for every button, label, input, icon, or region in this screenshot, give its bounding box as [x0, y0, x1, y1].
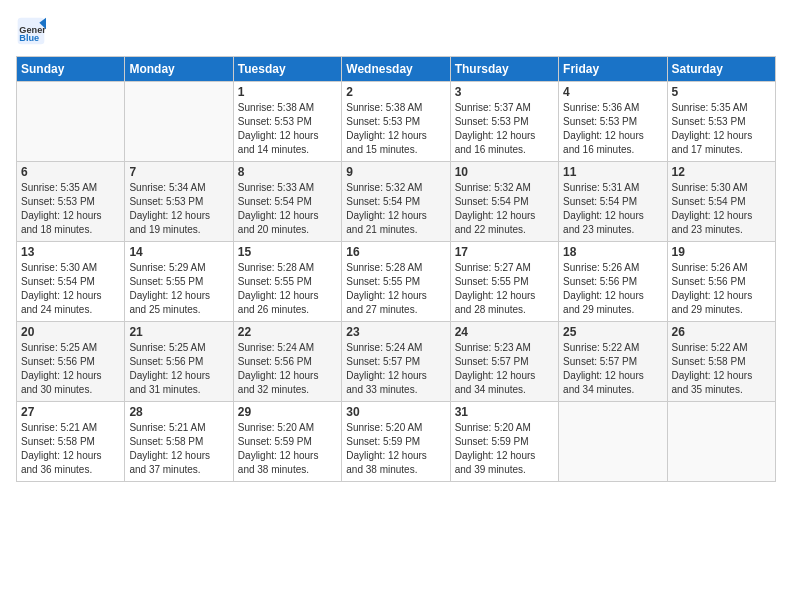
day-number: 23: [346, 325, 445, 339]
calendar-cell: 20Sunrise: 5:25 AMSunset: 5:56 PMDayligh…: [17, 322, 125, 402]
calendar-cell: 7Sunrise: 5:34 AMSunset: 5:53 PMDaylight…: [125, 162, 233, 242]
calendar-cell: 2Sunrise: 5:38 AMSunset: 5:53 PMDaylight…: [342, 82, 450, 162]
day-info: Sunrise: 5:26 AMSunset: 5:56 PMDaylight:…: [563, 261, 662, 317]
day-number: 10: [455, 165, 554, 179]
day-info: Sunrise: 5:21 AMSunset: 5:58 PMDaylight:…: [21, 421, 120, 477]
calendar-cell: [17, 82, 125, 162]
calendar-cell: 14Sunrise: 5:29 AMSunset: 5:55 PMDayligh…: [125, 242, 233, 322]
day-number: 11: [563, 165, 662, 179]
day-number: 5: [672, 85, 771, 99]
calendar-cell: 19Sunrise: 5:26 AMSunset: 5:56 PMDayligh…: [667, 242, 775, 322]
day-info: Sunrise: 5:22 AMSunset: 5:58 PMDaylight:…: [672, 341, 771, 397]
calendar-cell: [125, 82, 233, 162]
weekday-header: Thursday: [450, 57, 558, 82]
calendar-cell: 23Sunrise: 5:24 AMSunset: 5:57 PMDayligh…: [342, 322, 450, 402]
day-number: 9: [346, 165, 445, 179]
day-number: 20: [21, 325, 120, 339]
day-number: 8: [238, 165, 337, 179]
day-number: 18: [563, 245, 662, 259]
day-info: Sunrise: 5:20 AMSunset: 5:59 PMDaylight:…: [238, 421, 337, 477]
page-header: General Blue: [16, 16, 776, 46]
day-number: 15: [238, 245, 337, 259]
day-number: 26: [672, 325, 771, 339]
weekday-header: Saturday: [667, 57, 775, 82]
day-number: 16: [346, 245, 445, 259]
day-number: 6: [21, 165, 120, 179]
day-number: 24: [455, 325, 554, 339]
day-info: Sunrise: 5:29 AMSunset: 5:55 PMDaylight:…: [129, 261, 228, 317]
calendar-cell: 12Sunrise: 5:30 AMSunset: 5:54 PMDayligh…: [667, 162, 775, 242]
calendar-cell: 27Sunrise: 5:21 AMSunset: 5:58 PMDayligh…: [17, 402, 125, 482]
day-number: 19: [672, 245, 771, 259]
calendar-cell: 28Sunrise: 5:21 AMSunset: 5:58 PMDayligh…: [125, 402, 233, 482]
calendar-cell: 4Sunrise: 5:36 AMSunset: 5:53 PMDaylight…: [559, 82, 667, 162]
day-number: 17: [455, 245, 554, 259]
day-info: Sunrise: 5:36 AMSunset: 5:53 PMDaylight:…: [563, 101, 662, 157]
day-info: Sunrise: 5:21 AMSunset: 5:58 PMDaylight:…: [129, 421, 228, 477]
day-info: Sunrise: 5:22 AMSunset: 5:57 PMDaylight:…: [563, 341, 662, 397]
calendar-cell: 29Sunrise: 5:20 AMSunset: 5:59 PMDayligh…: [233, 402, 341, 482]
day-info: Sunrise: 5:30 AMSunset: 5:54 PMDaylight:…: [21, 261, 120, 317]
day-info: Sunrise: 5:37 AMSunset: 5:53 PMDaylight:…: [455, 101, 554, 157]
calendar-cell: 11Sunrise: 5:31 AMSunset: 5:54 PMDayligh…: [559, 162, 667, 242]
logo-icon: General Blue: [16, 16, 46, 46]
weekday-header: Wednesday: [342, 57, 450, 82]
day-info: Sunrise: 5:24 AMSunset: 5:57 PMDaylight:…: [346, 341, 445, 397]
calendar-cell: 13Sunrise: 5:30 AMSunset: 5:54 PMDayligh…: [17, 242, 125, 322]
calendar-cell: 26Sunrise: 5:22 AMSunset: 5:58 PMDayligh…: [667, 322, 775, 402]
weekday-header: Sunday: [17, 57, 125, 82]
calendar-cell: 31Sunrise: 5:20 AMSunset: 5:59 PMDayligh…: [450, 402, 558, 482]
day-info: Sunrise: 5:24 AMSunset: 5:56 PMDaylight:…: [238, 341, 337, 397]
calendar-cell: 15Sunrise: 5:28 AMSunset: 5:55 PMDayligh…: [233, 242, 341, 322]
day-number: 29: [238, 405, 337, 419]
day-number: 31: [455, 405, 554, 419]
day-info: Sunrise: 5:31 AMSunset: 5:54 PMDaylight:…: [563, 181, 662, 237]
calendar-cell: 30Sunrise: 5:20 AMSunset: 5:59 PMDayligh…: [342, 402, 450, 482]
day-info: Sunrise: 5:28 AMSunset: 5:55 PMDaylight:…: [346, 261, 445, 317]
day-number: 14: [129, 245, 228, 259]
day-number: 27: [21, 405, 120, 419]
day-info: Sunrise: 5:20 AMSunset: 5:59 PMDaylight:…: [346, 421, 445, 477]
day-number: 7: [129, 165, 228, 179]
calendar-cell: 5Sunrise: 5:35 AMSunset: 5:53 PMDaylight…: [667, 82, 775, 162]
day-number: 28: [129, 405, 228, 419]
day-info: Sunrise: 5:32 AMSunset: 5:54 PMDaylight:…: [346, 181, 445, 237]
calendar-header: SundayMondayTuesdayWednesdayThursdayFrid…: [17, 57, 776, 82]
calendar-cell: 22Sunrise: 5:24 AMSunset: 5:56 PMDayligh…: [233, 322, 341, 402]
day-info: Sunrise: 5:33 AMSunset: 5:54 PMDaylight:…: [238, 181, 337, 237]
logo: General Blue: [16, 16, 50, 46]
day-number: 2: [346, 85, 445, 99]
calendar-cell: 10Sunrise: 5:32 AMSunset: 5:54 PMDayligh…: [450, 162, 558, 242]
calendar-cell: 16Sunrise: 5:28 AMSunset: 5:55 PMDayligh…: [342, 242, 450, 322]
day-number: 4: [563, 85, 662, 99]
day-info: Sunrise: 5:35 AMSunset: 5:53 PMDaylight:…: [672, 101, 771, 157]
calendar-cell: 3Sunrise: 5:37 AMSunset: 5:53 PMDaylight…: [450, 82, 558, 162]
calendar-cell: 25Sunrise: 5:22 AMSunset: 5:57 PMDayligh…: [559, 322, 667, 402]
day-info: Sunrise: 5:34 AMSunset: 5:53 PMDaylight:…: [129, 181, 228, 237]
day-number: 25: [563, 325, 662, 339]
day-info: Sunrise: 5:38 AMSunset: 5:53 PMDaylight:…: [346, 101, 445, 157]
weekday-header: Monday: [125, 57, 233, 82]
calendar-cell: [559, 402, 667, 482]
calendar-cell: 9Sunrise: 5:32 AMSunset: 5:54 PMDaylight…: [342, 162, 450, 242]
day-info: Sunrise: 5:25 AMSunset: 5:56 PMDaylight:…: [21, 341, 120, 397]
calendar-cell: 6Sunrise: 5:35 AMSunset: 5:53 PMDaylight…: [17, 162, 125, 242]
day-info: Sunrise: 5:38 AMSunset: 5:53 PMDaylight:…: [238, 101, 337, 157]
calendar-cell: 18Sunrise: 5:26 AMSunset: 5:56 PMDayligh…: [559, 242, 667, 322]
day-number: 21: [129, 325, 228, 339]
calendar-cell: 1Sunrise: 5:38 AMSunset: 5:53 PMDaylight…: [233, 82, 341, 162]
day-number: 3: [455, 85, 554, 99]
day-number: 22: [238, 325, 337, 339]
calendar-cell: 8Sunrise: 5:33 AMSunset: 5:54 PMDaylight…: [233, 162, 341, 242]
weekday-header: Friday: [559, 57, 667, 82]
day-info: Sunrise: 5:35 AMSunset: 5:53 PMDaylight:…: [21, 181, 120, 237]
day-info: Sunrise: 5:23 AMSunset: 5:57 PMDaylight:…: [455, 341, 554, 397]
calendar-cell: 21Sunrise: 5:25 AMSunset: 5:56 PMDayligh…: [125, 322, 233, 402]
calendar-cell: [667, 402, 775, 482]
weekday-header: Tuesday: [233, 57, 341, 82]
day-info: Sunrise: 5:26 AMSunset: 5:56 PMDaylight:…: [672, 261, 771, 317]
day-info: Sunrise: 5:27 AMSunset: 5:55 PMDaylight:…: [455, 261, 554, 317]
day-number: 13: [21, 245, 120, 259]
calendar-table: SundayMondayTuesdayWednesdayThursdayFrid…: [16, 56, 776, 482]
day-info: Sunrise: 5:25 AMSunset: 5:56 PMDaylight:…: [129, 341, 228, 397]
